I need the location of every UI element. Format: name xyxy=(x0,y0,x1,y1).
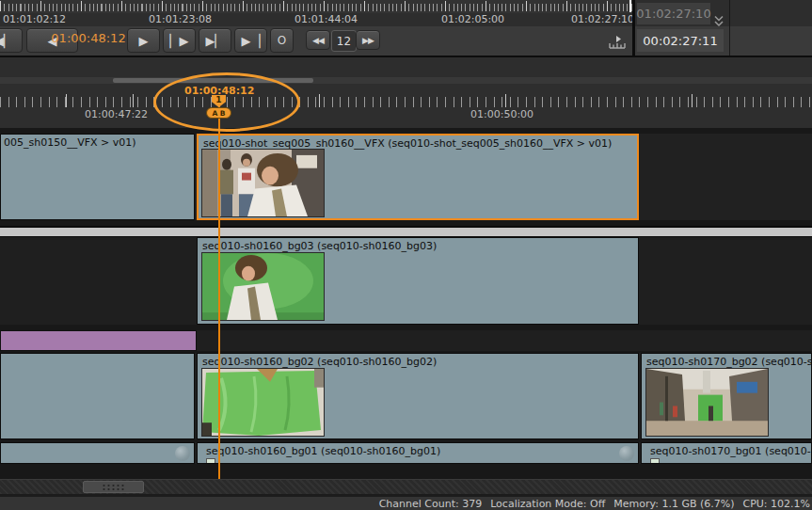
playhead-line[interactable] xyxy=(218,104,220,479)
ruler-label-right: 01:00:50:00 xyxy=(470,108,533,120)
effect-badge-icon xyxy=(650,458,660,464)
track-v2: seq010-sh0160_bg03 (seq010-sh0160_bg03) xyxy=(0,237,812,325)
status-bar: Channel Count: 379 Localization Mode: Of… xyxy=(0,497,812,510)
motion-effect-icon xyxy=(175,446,190,461)
overview-timecode-labels: 01:01:02:12 01:01:23:08 01:01:44:04 01:0… xyxy=(0,12,632,26)
scrollbar-grip-dots xyxy=(102,484,126,491)
panel-divider xyxy=(729,0,730,56)
track-purple xyxy=(0,330,812,351)
track-v0: seq010-sh0160_bg01 (seq010-sh0160_bg01) … xyxy=(0,442,812,464)
overview-tc-3: 01:01:44:04 xyxy=(295,13,358,25)
rewind-icon: ◀◀ xyxy=(312,36,324,45)
timeline-ruler[interactable]: 01:00:47:22 01:00:50:00 xyxy=(0,84,812,128)
overview-position-cursor[interactable] xyxy=(629,0,631,12)
chevron-double-down-icon[interactable] xyxy=(712,14,725,28)
go-to-next-edit-button[interactable]: ▶▏ xyxy=(199,28,231,53)
clip-continuation[interactable] xyxy=(0,353,195,439)
motion-effect-icon xyxy=(619,446,634,461)
ruler-label-left: 01:00:47:22 xyxy=(85,108,148,120)
clip-label: seq010-sh0160_bg02 (seq010-sh0160_bg02) xyxy=(202,356,437,368)
transport-toolbar: ◀▏ ◀ 01:00:48:12 ▶ ▏▶ ▶▏ ▶▕ O ◀◀ 12 ▶▶ xyxy=(0,26,812,56)
timeline-top-gap xyxy=(0,57,812,77)
clip-segment[interactable] xyxy=(0,442,195,464)
clip-label: seq010-sh0170_bg01 (seq010-sh01 xyxy=(650,445,812,457)
frame-offset-field[interactable]: 12 xyxy=(331,30,357,52)
overview-tc-1: 01:01:02:12 xyxy=(3,13,66,25)
scrollbar-handle[interactable] xyxy=(83,481,144,493)
clip-sh0160-bg02[interactable]: seq010-sh0160_bg02 (seq010-sh0160_bg02) xyxy=(197,353,639,439)
clip-purple[interactable] xyxy=(0,330,197,351)
next-edit-icon: ▶▏ xyxy=(206,34,225,48)
overview-tc-4: 01:02:05:00 xyxy=(441,13,504,25)
go-to-end-button[interactable]: ▶▕ xyxy=(234,28,267,53)
clip-label: seq010-sh0160_bg03 (seq010-sh0160_bg03) xyxy=(202,240,437,252)
overview-tc-5: 01:02:27:10 xyxy=(571,13,634,25)
clip-sh0150-vfx[interactable]: 005_sh0150__VFX > v01) xyxy=(0,134,195,220)
go-to-end-icon: ▶▕ xyxy=(242,34,261,48)
clip-sh0160-bg01[interactable]: seq010-sh0160_bg01 (seq010-sh0160_bg01) xyxy=(197,442,639,464)
sequence-overview-ruler[interactable] xyxy=(0,0,632,13)
play-button[interactable]: ▶ xyxy=(127,28,160,53)
clip-sh0160-bg03[interactable]: seq010-sh0160_bg03 (seq010-sh0160_bg03) xyxy=(197,237,639,325)
ruler-major-ticks xyxy=(0,94,812,107)
status-channel-count: Channel Count: 379 xyxy=(379,498,483,510)
clip-label: seq010-sh0170_bg02 (seq010-sh01 xyxy=(646,356,812,368)
fast-forward-icon: ▶▶ xyxy=(362,36,374,45)
overwrite-label: O xyxy=(278,34,286,47)
clip-sh0160-vfx-selected[interactable]: seq010-shot_seq005_sh0160__VFX (seq010-s… xyxy=(197,134,639,220)
timeline-tracks: 005_sh0150__VFX > v01) seq010-shot_seq00… xyxy=(0,128,812,479)
overwrite-button[interactable]: O xyxy=(270,28,294,53)
status-memory: Memory: 1.1 GB (6.7%) xyxy=(613,498,734,510)
status-localization-mode: Localization Mode: Off xyxy=(490,498,605,510)
rewind-button[interactable]: ◀◀ xyxy=(306,30,330,50)
play-in-to-out-button[interactable]: ▏▶ xyxy=(163,28,196,53)
timeline-zoom-slider[interactable] xyxy=(0,77,812,84)
mark-clip-icon[interactable] xyxy=(608,34,627,51)
toolbar-divider xyxy=(632,0,635,56)
previous-edit-icon: ◀▏ xyxy=(0,34,13,48)
play-in-to-out-icon: ▏▶ xyxy=(170,34,189,48)
status-cpu: CPU: 102.1% xyxy=(742,498,810,510)
clip-sh0170-bg01[interactable]: seq010-sh0170_bg01 (seq010-sh01 xyxy=(641,442,812,464)
effect-badge-icon xyxy=(206,458,215,464)
clip-label: seq010-sh0160_bg01 (seq010-sh0160_bg01) xyxy=(206,445,440,457)
sequence-end-timecode: 01:02:27:10 xyxy=(637,3,710,24)
current-timecode-display[interactable]: 01:00:48:12 xyxy=(49,31,128,45)
go-to-previous-edit-button[interactable]: ◀▏ xyxy=(0,28,23,53)
play-icon: ▶ xyxy=(139,34,149,48)
overview-tc-2: 01:01:23:08 xyxy=(149,13,212,25)
ab-marker-badge[interactable]: A B xyxy=(206,107,231,119)
overview-ruler-major-ticks xyxy=(0,1,632,11)
zoom-slider-handle[interactable] xyxy=(113,78,313,83)
clip-label: 005_sh0150__VFX > v01) xyxy=(4,136,136,149)
track-v3: 005_sh0150__VFX > v01) seq010-shot_seq00… xyxy=(0,134,812,220)
clip-sh0170-bg02[interactable]: seq010-sh0170_bg02 (seq010-sh01 xyxy=(641,353,812,439)
clip-thumbnail-street-panel xyxy=(645,368,769,437)
track-v1: seq010-sh0160_bg02 (seq010-sh0160_bg02) xyxy=(0,353,812,439)
duration-timecode[interactable]: 00:02:27:11 xyxy=(637,29,724,52)
horizontal-scrollbar[interactable] xyxy=(0,479,812,494)
fast-forward-button[interactable]: ▶▶ xyxy=(356,30,380,50)
timeline-window: 01:01:02:12 01:01:23:08 01:01:44:04 01:0… xyxy=(0,0,812,510)
